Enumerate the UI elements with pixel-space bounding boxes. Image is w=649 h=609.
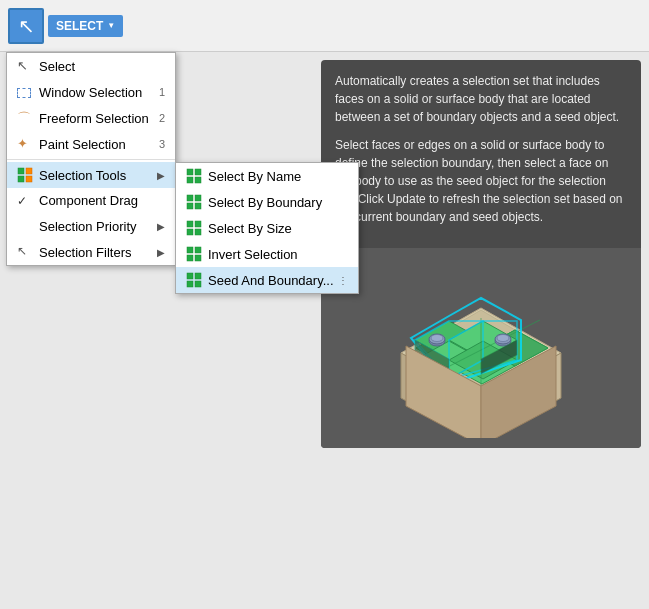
submenu-item-select-by-size[interactable]: Select By Size	[176, 215, 358, 241]
select-by-name-icon	[186, 168, 202, 184]
select-label: Select	[39, 59, 75, 74]
invert-selection-icon	[186, 246, 202, 262]
window-selection-shortcut: 1	[159, 86, 165, 98]
svg-rect-4	[187, 169, 193, 175]
svg-rect-18	[187, 255, 193, 261]
svg-rect-17	[195, 247, 201, 253]
freeform-selection-label: Freeform Selection	[39, 111, 149, 126]
select-dropdown-button[interactable]: SELECT ▼	[48, 15, 123, 37]
select-by-name-label: Select By Name	[208, 169, 301, 184]
cursor-icon: ↖	[18, 14, 35, 38]
svg-rect-3	[26, 176, 32, 182]
info-text-area: Automatically creates a selection set th…	[321, 60, 641, 248]
submenu-item-select-by-boundary[interactable]: Select By Boundary	[176, 189, 358, 215]
svg-point-46	[431, 335, 443, 342]
selection-priority-icon	[17, 218, 33, 234]
svg-rect-23	[195, 281, 201, 287]
freeform-selection-icon: ⌒	[17, 110, 33, 126]
svg-rect-20	[187, 273, 193, 279]
selection-filters-icon: ↖	[17, 244, 33, 260]
menu-item-selection-filters[interactable]: ↖ Selection Filters ▶	[7, 239, 175, 265]
select-by-boundary-label: Select By Boundary	[208, 195, 322, 210]
menu-item-paint-selection[interactable]: ✦ Paint Selection 3	[7, 131, 175, 157]
menu-item-component-drag[interactable]: ✓ Component Drag	[7, 188, 175, 213]
select-cursor-icon: ↖	[17, 58, 33, 74]
info-text-1: Automatically creates a selection set th…	[335, 72, 627, 126]
submenu-item-seed-and-boundary[interactable]: Seed And Boundary... ⋮	[176, 267, 358, 293]
more-options-icon: ⋮	[338, 275, 348, 286]
component-drag-label: Component Drag	[39, 193, 138, 208]
svg-rect-22	[187, 281, 193, 287]
svg-rect-11	[195, 203, 201, 209]
toolbar-icon: ↖	[8, 8, 44, 44]
component-drag-check-icon: ✓	[17, 194, 33, 208]
svg-rect-5	[195, 169, 201, 175]
submenu-item-select-by-name[interactable]: Select By Name	[176, 163, 358, 189]
svg-rect-19	[195, 255, 201, 261]
window-selection-label: Window Selection	[39, 85, 142, 100]
svg-rect-8	[187, 195, 193, 201]
svg-rect-0	[18, 168, 24, 174]
seed-and-boundary-label: Seed And Boundary...	[208, 273, 334, 288]
svg-rect-6	[187, 177, 193, 183]
invert-selection-label: Invert Selection	[208, 247, 298, 262]
3d-object-svg: ↖	[371, 258, 591, 438]
svg-rect-10	[187, 203, 193, 209]
menu-item-selection-tools[interactable]: Selection Tools ▶ Select By Name	[7, 162, 175, 188]
freeform-selection-shortcut: 2	[159, 112, 165, 124]
main-dropdown-menu: ↖ Select Window Selection 1 ⌒ Freeform S…	[6, 52, 176, 266]
menu-item-select[interactable]: ↖ Select	[7, 53, 175, 79]
menu-item-selection-priority[interactable]: Selection Priority ▶	[7, 213, 175, 239]
svg-rect-2	[18, 176, 24, 182]
select-label: SELECT	[56, 19, 103, 33]
window-selection-icon	[17, 84, 33, 100]
selection-tools-arrow-icon: ▶	[157, 170, 165, 181]
paint-selection-shortcut: 3	[159, 138, 165, 150]
paint-selection-icon: ✦	[17, 136, 33, 152]
svg-rect-12	[187, 221, 193, 227]
svg-rect-1	[26, 168, 32, 174]
submenu-item-invert-selection[interactable]: Invert Selection	[176, 241, 358, 267]
menu-item-window-selection[interactable]: Window Selection 1	[7, 79, 175, 105]
dropdown-arrow-icon: ▼	[107, 21, 115, 30]
info-panel: Automatically creates a selection set th…	[321, 60, 641, 448]
select-by-size-icon	[186, 220, 202, 236]
svg-rect-7	[195, 177, 201, 183]
select-by-boundary-icon	[186, 194, 202, 210]
svg-rect-14	[187, 229, 193, 235]
selection-filters-label: Selection Filters	[39, 245, 131, 260]
svg-rect-15	[195, 229, 201, 235]
info-image-area: ↖	[321, 248, 641, 448]
svg-rect-9	[195, 195, 201, 201]
toolbar: ↖ SELECT ▼	[0, 0, 649, 52]
select-by-size-label: Select By Size	[208, 221, 292, 236]
svg-point-49	[497, 335, 509, 342]
selection-tools-submenu: Select By Name Select By Boundary	[175, 162, 359, 294]
selection-priority-arrow-icon: ▶	[157, 221, 165, 232]
selection-filters-arrow-icon: ▶	[157, 247, 165, 258]
info-text-2: Select faces or edges on a solid or surf…	[335, 136, 627, 226]
selection-tools-label: Selection Tools	[39, 168, 126, 183]
selection-tools-icon	[17, 167, 33, 183]
svg-rect-16	[187, 247, 193, 253]
menu-item-freeform-selection[interactable]: ⌒ Freeform Selection 2	[7, 105, 175, 131]
svg-rect-13	[195, 221, 201, 227]
svg-rect-21	[195, 273, 201, 279]
paint-selection-label: Paint Selection	[39, 137, 126, 152]
seed-and-boundary-icon	[186, 272, 202, 288]
separator-1	[7, 159, 175, 160]
selection-priority-label: Selection Priority	[39, 219, 137, 234]
